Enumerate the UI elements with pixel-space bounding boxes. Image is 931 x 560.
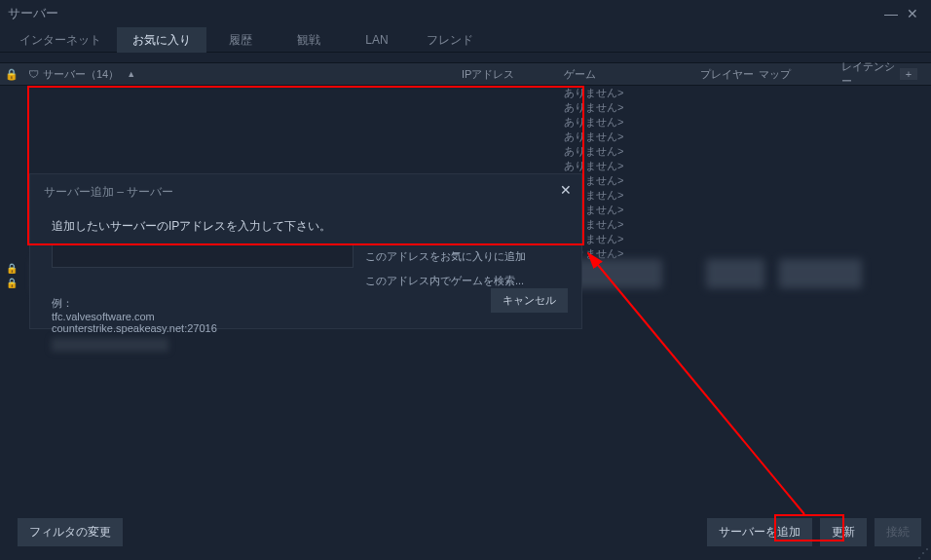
tab-internet[interactable]: インターネット xyxy=(4,27,117,53)
lock-icon: 🔒 xyxy=(0,263,23,274)
close-window-button[interactable]: ✕ xyxy=(902,3,923,24)
tab-label: LAN xyxy=(365,33,388,47)
table-row[interactable]: ありません> xyxy=(0,130,931,144)
server-address-input[interactable] xyxy=(52,244,354,268)
change-filter-button[interactable]: フィルタの変更 xyxy=(18,518,123,546)
close-icon[interactable]: ✕ xyxy=(556,180,576,200)
resize-grip[interactable]: ⋰ xyxy=(917,546,929,558)
redacted-block xyxy=(52,338,168,352)
add-server-button[interactable]: サーバーを追加 xyxy=(707,518,812,546)
tab-lan[interactable]: LAN xyxy=(343,27,411,53)
tab-spectate[interactable]: 観戦 xyxy=(275,27,343,53)
tab-label: 観戦 xyxy=(297,32,320,49)
lock-icon: 🔒 xyxy=(0,278,23,288)
column-header-server[interactable]: サーバー（14） ▲ xyxy=(43,67,462,82)
tab-label: インターネット xyxy=(19,32,101,49)
dialog-title: サーバー追加 – サーバー xyxy=(44,184,568,201)
footer-bar: フィルタの変更 サーバーを追加 更新 接続 xyxy=(0,511,931,560)
tab-bar: インターネット お気に入り 履歴 観戦 LAN フレンド xyxy=(0,27,931,53)
table-row[interactable]: ありません> xyxy=(0,159,931,173)
tab-label: フレンド xyxy=(427,32,473,49)
tab-favorites[interactable]: お気に入り xyxy=(117,27,206,53)
tab-label: 履歴 xyxy=(229,32,252,49)
server-list: ありません> ありません> ありません> ありません> ありません> ありません… xyxy=(0,86,931,495)
table-row[interactable]: ありません> xyxy=(0,115,931,130)
column-header-latency[interactable]: レイテンシー xyxy=(841,59,900,89)
search-games-button[interactable]: このアドレス内でゲームを検索... xyxy=(365,274,524,288)
window-title: サーバー xyxy=(8,5,58,22)
table-row[interactable]: ありません> xyxy=(0,144,931,159)
minimize-button[interactable]: — xyxy=(880,3,902,24)
connect-button[interactable]: 接続 xyxy=(875,518,921,546)
table-row[interactable]: ありません> xyxy=(0,100,931,115)
table-row[interactable]: ありません> xyxy=(0,86,931,100)
add-column-button[interactable]: + xyxy=(900,68,917,80)
column-header-map[interactable]: マップ xyxy=(759,67,841,82)
sort-arrow-icon: ▲ xyxy=(127,69,135,79)
column-header-row: 🔒 🛡 サーバー（14） ▲ IPアドレス ゲーム プレイヤー マップ レイテン… xyxy=(0,62,931,86)
tab-history[interactable]: 履歴 xyxy=(206,27,275,53)
lock-icon: 🔒 xyxy=(0,68,23,81)
column-header-ip[interactable]: IPアドレス xyxy=(462,67,564,82)
dialog-prompt: 追加したいサーバーのIPアドレスを入力して下さい。 xyxy=(52,218,568,235)
add-to-favorites-button[interactable]: このアドレスをお気に入りに追加 xyxy=(365,249,526,264)
tab-friends[interactable]: フレンド xyxy=(411,27,489,53)
cancel-button[interactable]: キャンセル xyxy=(491,288,568,313)
tab-label: お気に入り xyxy=(132,32,191,49)
column-header-player[interactable]: プレイヤー xyxy=(700,67,759,82)
add-server-dialog: サーバー追加 – サーバー ✕ 追加したいサーバーのIPアドレスを入力して下さい… xyxy=(29,173,582,329)
example-line: counterstrike.speakeasy.net:27016 xyxy=(52,322,568,334)
refresh-button[interactable]: 更新 xyxy=(820,518,867,546)
column-header-game[interactable]: ゲーム xyxy=(564,67,700,82)
shield-icon: 🛡 xyxy=(23,68,43,80)
